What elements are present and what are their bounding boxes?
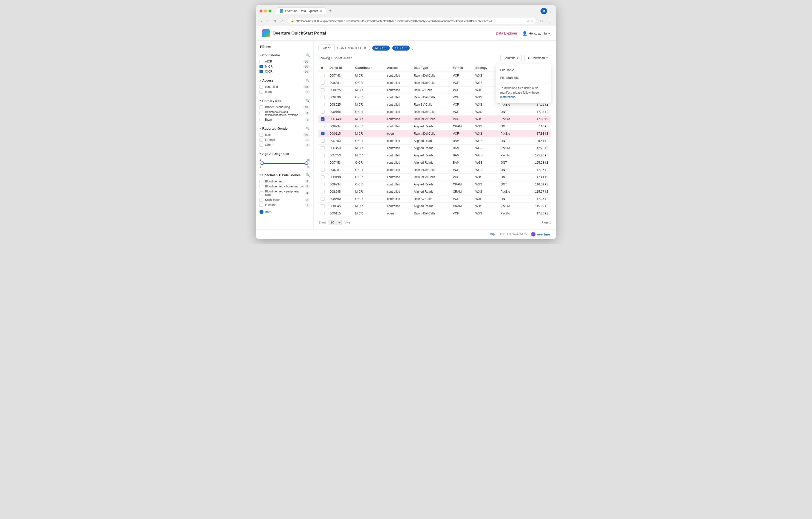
row-checkbox[interactable] bbox=[321, 168, 324, 172]
row-checkbox[interactable] bbox=[321, 74, 324, 77]
format-cell: VCF bbox=[450, 130, 473, 137]
access-search-icon[interactable]: 🔍 bbox=[306, 79, 310, 82]
donor-id-cell: DO8525 bbox=[327, 87, 353, 94]
specimen-label: Specimen Tissue Source bbox=[262, 173, 301, 177]
access-header[interactable]: ▾ Access 🔍 bbox=[256, 77, 313, 84]
tab-close-icon[interactable]: ✕ bbox=[320, 9, 322, 13]
browser-tab[interactable]: Overture - Data Explorer ✕ bbox=[276, 7, 326, 14]
row-checkbox[interactable] bbox=[321, 212, 324, 215]
strategy-cell: WXS bbox=[473, 210, 498, 217]
more-options-button[interactable]: ⋮ bbox=[546, 18, 552, 24]
aicr-label: AICR bbox=[265, 60, 272, 63]
file-table-option[interactable]: File Table bbox=[496, 66, 551, 74]
contributor-search-icon[interactable]: 🔍 bbox=[306, 53, 310, 57]
contributor-cell: MICR bbox=[353, 203, 385, 210]
specimen-search-icon[interactable]: 🔍 bbox=[306, 173, 310, 177]
blood-peripheral-checkbox[interactable] bbox=[260, 191, 263, 195]
slider-max-thumb[interactable] bbox=[305, 161, 308, 165]
platform-cell: ONT bbox=[498, 174, 523, 181]
help-link[interactable]: Help bbox=[489, 233, 495, 236]
brain-checkbox[interactable] bbox=[260, 118, 263, 121]
row-checkbox[interactable] bbox=[321, 110, 324, 114]
clear-button[interactable]: Clear bbox=[319, 45, 335, 51]
row-checkbox[interactable] bbox=[321, 175, 324, 179]
access-cell: controlled bbox=[384, 101, 411, 108]
hemato-checkbox[interactable] bbox=[260, 112, 263, 115]
address-bar[interactable]: 🔒 http://localhost:3000/explorer?filters… bbox=[287, 18, 537, 24]
menu-dots-icon[interactable]: ⋮ bbox=[549, 9, 552, 13]
strategy-cell: WXS bbox=[473, 181, 498, 188]
download-button[interactable]: ⬇ Download ▾ bbox=[524, 55, 551, 61]
home-button[interactable]: ⌂ bbox=[280, 18, 285, 24]
row-checkbox[interactable] bbox=[321, 95, 324, 99]
filter-tag-oicr: OICR ✕ bbox=[392, 46, 410, 51]
row-checkbox[interactable] bbox=[321, 132, 324, 135]
gender-title: ▾ Reported Gender bbox=[260, 127, 289, 130]
row-checkbox[interactable] bbox=[321, 161, 324, 164]
contributor-cell: MICR bbox=[353, 188, 385, 195]
columns-button[interactable]: Columns ▾ bbox=[500, 55, 522, 61]
row-checkbox[interactable] bbox=[321, 103, 324, 106]
row-checkbox[interactable] bbox=[321, 81, 324, 85]
close-button[interactable] bbox=[260, 9, 262, 12]
blood-bone-checkbox[interactable] bbox=[260, 185, 263, 188]
filter-tag-oicr-close[interactable]: ✕ bbox=[404, 46, 407, 50]
oicr-checkbox[interactable] bbox=[260, 70, 263, 73]
more-link[interactable]: 2 More bbox=[256, 210, 313, 215]
aicr-checkbox[interactable] bbox=[260, 60, 263, 63]
row-checkbox[interactable] bbox=[321, 117, 324, 121]
data-explorer-link[interactable]: Data Explorer bbox=[496, 31, 517, 35]
intestine-checkbox[interactable] bbox=[260, 203, 263, 207]
blood-checkbox[interactable] bbox=[260, 180, 263, 183]
other-checkbox[interactable] bbox=[260, 143, 263, 147]
primary-site-search-icon[interactable]: 🔍 bbox=[306, 99, 310, 103]
filter-tag-micr-close[interactable]: ✕ bbox=[384, 46, 387, 50]
row-checkbox[interactable] bbox=[321, 88, 324, 92]
minimize-button[interactable] bbox=[264, 9, 267, 12]
reload-button[interactable]: ↻ bbox=[272, 18, 278, 24]
solid-checkbox[interactable] bbox=[260, 198, 263, 202]
specimen-header[interactable]: ▾ Specimen Tissue Source 🔍 bbox=[256, 172, 313, 179]
access-cell: controlled bbox=[384, 87, 411, 94]
slider-min-thumb[interactable] bbox=[261, 161, 264, 165]
row-checkbox[interactable] bbox=[321, 125, 324, 128]
filter-item-female-left: Female bbox=[260, 138, 275, 142]
open-checkbox[interactable] bbox=[260, 90, 263, 93]
app-header: Overture QuickStart Portal Data Explorer… bbox=[256, 26, 556, 40]
male-checkbox[interactable] bbox=[260, 133, 263, 137]
female-checkbox[interactable] bbox=[260, 138, 263, 142]
micr-checkbox[interactable] bbox=[260, 65, 263, 68]
row-checkbox[interactable] bbox=[321, 139, 324, 143]
gender-header[interactable]: ▾ Reported Gender 🔍 bbox=[256, 125, 313, 132]
profile-icon[interactable]: M bbox=[541, 8, 547, 14]
contributor-cell: OICR bbox=[353, 94, 385, 101]
new-tab-button[interactable]: + bbox=[327, 8, 333, 13]
extensions-button[interactable]: □ bbox=[539, 18, 544, 24]
back-button[interactable]: ‹ bbox=[260, 18, 264, 24]
file-manifest-option[interactable]: File Manifest bbox=[496, 74, 551, 82]
forward-button[interactable]: › bbox=[266, 18, 270, 24]
filter-field: CONTRIBUTOR bbox=[337, 46, 361, 50]
rows-select[interactable]: 20 50 100 bbox=[328, 220, 342, 225]
star-icon[interactable]: ☆ bbox=[531, 19, 533, 23]
contributor-cell: OICR bbox=[353, 79, 385, 87]
row-checkbox[interactable] bbox=[321, 154, 324, 157]
dropdown-description: To download files using a file manifest,… bbox=[496, 84, 551, 101]
maximize-button[interactable] bbox=[268, 9, 271, 12]
controlled-checkbox[interactable] bbox=[260, 85, 263, 89]
bronchus-checkbox[interactable] bbox=[260, 105, 263, 109]
slider-track[interactable] bbox=[260, 163, 310, 164]
user-menu[interactable]: 👤 Hello, admin ▾ bbox=[522, 31, 550, 36]
format-cell: CRAM bbox=[450, 188, 473, 195]
instructions-link[interactable]: instructions. bbox=[500, 95, 516, 99]
table-row: DO7453OICRcontrolledAligned ReadsBAMWGSO… bbox=[319, 159, 551, 166]
row-checkbox[interactable] bbox=[321, 190, 324, 193]
row-checkbox[interactable] bbox=[321, 204, 324, 208]
age-header[interactable]: ▾ Age At Diagnosis bbox=[256, 151, 313, 157]
row-checkbox[interactable] bbox=[321, 183, 324, 186]
gender-search-icon[interactable]: 🔍 bbox=[306, 127, 310, 130]
primary-site-header[interactable]: ▾ Primary Site 🔍 bbox=[256, 97, 313, 104]
row-checkbox[interactable] bbox=[321, 197, 324, 201]
row-checkbox[interactable] bbox=[321, 146, 324, 150]
contributor-header[interactable]: ▾ Contributor 🔍 bbox=[256, 52, 313, 59]
